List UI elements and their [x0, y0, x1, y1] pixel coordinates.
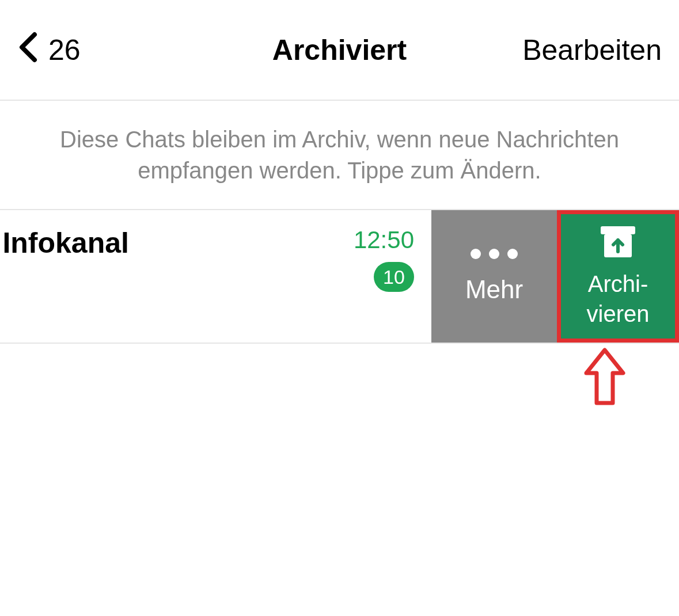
- chat-content[interactable]: n Infokanal 12:50 10: [0, 210, 431, 343]
- back-button[interactable]: 26: [17, 31, 81, 69]
- navigation-header: 26 Archiviert Bearbeiten: [0, 0, 679, 101]
- annotation-arrow-icon: [582, 345, 628, 411]
- chat-time: 12:50: [354, 226, 414, 254]
- more-action-button[interactable]: Mehr: [431, 210, 557, 343]
- chat-meta: 12:50 10: [354, 226, 414, 292]
- more-icon: [471, 249, 518, 259]
- edit-button[interactable]: Bearbeiten: [522, 33, 662, 67]
- archive-box-icon: [598, 224, 638, 262]
- page-title: Archiviert: [272, 33, 407, 67]
- unread-badge: 10: [374, 262, 414, 292]
- chat-row[interactable]: n Infokanal 12:50 10 Mehr Archi-vieren: [0, 210, 679, 344]
- back-count: 26: [48, 33, 81, 67]
- archive-info-text[interactable]: Diese Chats bleiben im Archiv, wenn neue…: [0, 101, 679, 210]
- chevron-left-icon: [17, 31, 38, 69]
- archive-label: Archi-vieren: [587, 269, 650, 329]
- archive-action-button[interactable]: Archi-vieren: [557, 210, 679, 343]
- more-label: Mehr: [465, 275, 523, 304]
- chat-name: n Infokanal: [0, 226, 129, 260]
- svg-rect-0: [601, 226, 635, 234]
